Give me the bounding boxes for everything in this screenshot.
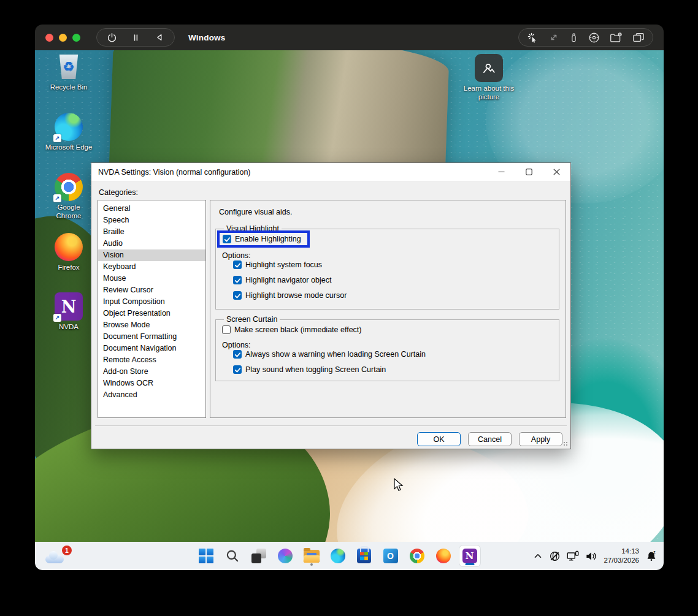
category-item-general[interactable]: General bbox=[98, 203, 205, 215]
taskbar-outlook-button[interactable] bbox=[380, 546, 401, 566]
checkbox-unchecked[interactable] bbox=[222, 325, 231, 334]
checkbox-checked[interactable] bbox=[233, 260, 242, 269]
categories-listbox: General Speech Braille Audio Vision Keyb… bbox=[98, 200, 206, 418]
taskbar-start-button[interactable] bbox=[196, 546, 217, 566]
svg-text:z: z bbox=[653, 550, 656, 554]
play-sound-toggling-checkbox[interactable]: Play sound when toggling Screen Curtain bbox=[233, 365, 386, 374]
ok-button[interactable]: OK bbox=[417, 432, 461, 446]
category-item-object-presentation[interactable]: Object Presentation bbox=[98, 308, 205, 319]
taskbar-task-view-button[interactable] bbox=[248, 546, 269, 566]
checkbox-checked[interactable] bbox=[233, 291, 242, 300]
category-item-review-cursor[interactable]: Review Cursor bbox=[98, 284, 205, 296]
category-item-braille[interactable]: Braille bbox=[98, 226, 205, 238]
category-item-vision[interactable]: Vision bbox=[98, 249, 205, 261]
windows-start-icon bbox=[199, 549, 213, 563]
pause-icon[interactable] bbox=[131, 32, 140, 43]
power-icon[interactable] bbox=[107, 32, 117, 43]
active-window-indicator bbox=[465, 563, 474, 565]
dialog-maximize-button[interactable] bbox=[515, 163, 543, 181]
checkbox-checked[interactable] bbox=[233, 350, 242, 359]
chevron-up-icon[interactable] bbox=[532, 550, 543, 561]
checkbox-label: Highlight system focus bbox=[245, 260, 322, 269]
taskbar-clock[interactable]: 14:13 27/03/2026 bbox=[604, 547, 639, 565]
close-icon bbox=[553, 169, 560, 175]
desktop-icon-nvda[interactable]: NVDA bbox=[44, 292, 93, 331]
dialog-minimize-button[interactable] bbox=[488, 163, 515, 181]
taskbar-search-button[interactable] bbox=[222, 546, 243, 566]
category-item-browse-mode[interactable]: Browse Mode bbox=[98, 319, 205, 331]
edge-icon bbox=[331, 549, 345, 563]
resize-icon[interactable] bbox=[548, 32, 559, 43]
desktop-icon-label: NVDA bbox=[59, 322, 79, 331]
ethernet-display-icon[interactable] bbox=[566, 550, 580, 563]
checkbox-label: Highlight navigator object bbox=[245, 276, 331, 284]
category-item-document-navigation[interactable]: Document Navigation bbox=[98, 343, 205, 354]
taskbar-chrome-button[interactable] bbox=[407, 546, 428, 566]
desktop-icon-google-chrome[interactable]: Google Chrome bbox=[44, 173, 93, 220]
tray-date: 27/03/2026 bbox=[604, 556, 639, 565]
restart-icon[interactable] bbox=[155, 32, 164, 42]
category-item-audio[interactable]: Audio bbox=[98, 238, 205, 249]
taskbar-store-button[interactable] bbox=[354, 546, 375, 566]
highlight-navigator-object-checkbox[interactable]: Highlight navigator object bbox=[233, 276, 331, 284]
minimize-window-button[interactable] bbox=[59, 34, 67, 42]
category-item-input-composition[interactable]: Input Composition bbox=[98, 296, 205, 308]
copilot-icon bbox=[278, 549, 293, 563]
checkbox-label: Highlight browse mode cursor bbox=[245, 291, 347, 300]
category-item-add-on-store[interactable]: Add-on Store bbox=[98, 366, 205, 378]
category-item-speech[interactable]: Speech bbox=[98, 215, 205, 226]
desktop-icon-firefox[interactable]: Firefox bbox=[44, 233, 93, 272]
taskbar-file-explorer-button[interactable] bbox=[301, 546, 322, 566]
category-item-remote-access[interactable]: Remote Access bbox=[98, 354, 205, 366]
nvda-icon bbox=[462, 549, 477, 563]
dialog-separator bbox=[95, 425, 567, 426]
apply-button[interactable]: Apply bbox=[519, 432, 562, 446]
vm-toolbar bbox=[518, 28, 653, 47]
desktop-icon-recycle-bin[interactable]: Recycle Bin bbox=[44, 53, 93, 91]
checkbox-label: Always show a warning when loading Scree… bbox=[245, 350, 426, 359]
checkbox-checked[interactable] bbox=[223, 235, 231, 243]
shortcut-arrow-icon bbox=[53, 194, 61, 202]
weather-cloud-icon bbox=[45, 555, 64, 563]
desktop-icon-label: Firefox bbox=[58, 263, 79, 272]
taskbar-nvda-button[interactable] bbox=[459, 546, 480, 566]
checkbox-checked[interactable] bbox=[233, 365, 242, 374]
shared-folder-icon[interactable] bbox=[610, 32, 623, 43]
close-window-button[interactable] bbox=[45, 34, 53, 42]
options-label: Options: bbox=[222, 341, 251, 349]
taskbar-copilot-button[interactable] bbox=[275, 546, 296, 566]
category-item-keyboard[interactable]: Keyboard bbox=[98, 261, 205, 273]
disc-icon[interactable] bbox=[588, 32, 600, 44]
highlight-browse-mode-cursor-checkbox[interactable]: Highlight browse mode cursor bbox=[233, 291, 347, 300]
category-item-document-formatting[interactable]: Document Formatting bbox=[98, 331, 205, 343]
taskbar-firefox-button[interactable] bbox=[433, 546, 454, 566]
widgets-button[interactable]: 1 bbox=[44, 546, 74, 566]
enable-highlighting-checkbox[interactable]: Enable Highlighting bbox=[217, 230, 310, 248]
desktop-icon-label: Google Chrome bbox=[44, 203, 93, 220]
taskbar-edge-button[interactable] bbox=[328, 546, 348, 566]
make-screen-black-checkbox[interactable]: Make screen black (immediate effect) bbox=[222, 325, 362, 334]
no-internet-icon[interactable] bbox=[548, 550, 561, 563]
cancel-button[interactable]: Cancel bbox=[468, 432, 512, 446]
display-windows-icon[interactable] bbox=[632, 32, 645, 43]
notification-bell-dnd-icon[interactable]: z bbox=[645, 550, 658, 562]
checkmark-icon bbox=[234, 367, 241, 373]
dialog-titlebar[interactable]: NVDA Settings: Vision (normal configurat… bbox=[91, 163, 570, 181]
file-explorer-icon bbox=[304, 550, 320, 563]
category-item-mouse[interactable]: Mouse bbox=[98, 273, 205, 284]
desktop-icon-microsoft-edge[interactable]: Microsoft Edge bbox=[44, 113, 93, 151]
highlight-system-focus-checkbox[interactable]: Highlight system focus bbox=[233, 260, 322, 269]
capture-cursor-icon[interactable] bbox=[527, 32, 539, 44]
running-indicator bbox=[310, 563, 313, 566]
dialog-close-button[interactable] bbox=[543, 163, 570, 181]
warning-when-loading-checkbox[interactable]: Always show a warning when loading Scree… bbox=[233, 350, 426, 359]
category-item-windows-ocr[interactable]: Windows OCR bbox=[98, 378, 205, 389]
shortcut-arrow-icon bbox=[53, 314, 61, 322]
category-item-advanced[interactable]: Advanced bbox=[98, 389, 205, 401]
desktop-icon-learn-about-picture[interactable]: Learn about this picture bbox=[459, 54, 518, 101]
zoom-window-button[interactable] bbox=[72, 34, 80, 42]
checkbox-checked[interactable] bbox=[233, 276, 242, 284]
volume-icon[interactable] bbox=[585, 550, 597, 563]
usb-drive-icon[interactable] bbox=[569, 32, 578, 44]
resize-grip[interactable] bbox=[563, 441, 569, 447]
